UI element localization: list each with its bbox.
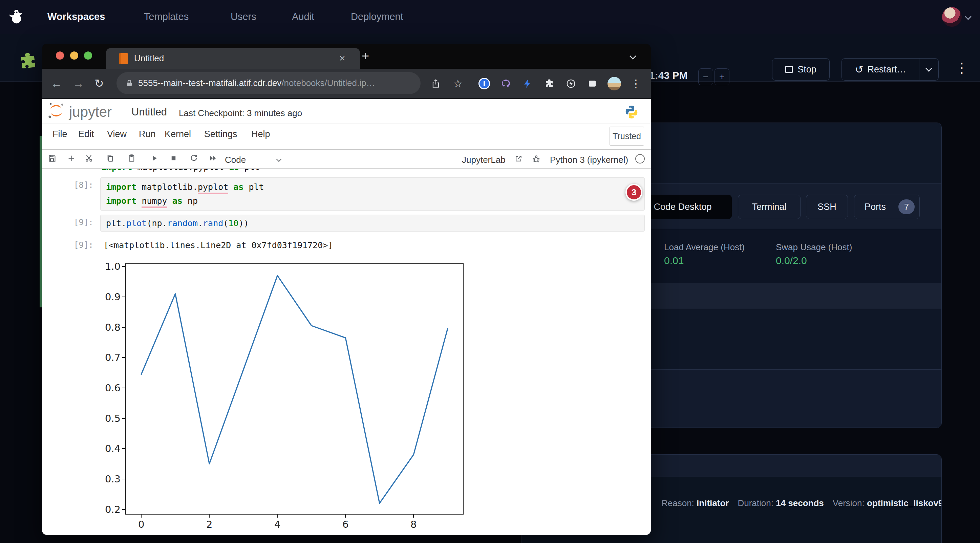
copy-icon[interactable] (105, 153, 115, 163)
menu-file[interactable]: File (52, 129, 67, 140)
nav-item-templates[interactable]: Templates (144, 11, 189, 22)
user-avatar[interactable] (942, 7, 962, 27)
ssh-button[interactable]: SSH (806, 195, 848, 219)
kernel-name[interactable]: Python 3 (ipykernel) (550, 155, 628, 165)
tab-title: Untitled (134, 48, 164, 69)
browser-profile-avatar[interactable] (607, 69, 622, 98)
ports-button[interactable]: Ports 7 (854, 195, 920, 219)
code-cell[interactable]: import matplotlib.pyplot as plt import n… (100, 178, 645, 211)
python-logo-icon (624, 103, 640, 121)
lightning-extension-icon[interactable] (520, 69, 535, 98)
restart-options-chevron[interactable] (920, 59, 939, 80)
coder-logo-icon[interactable] (6, 8, 25, 26)
clipped-code-line: import matplotlib.pyplot as plt (102, 169, 312, 174)
nav-item-workspaces[interactable]: Workspaces (48, 11, 105, 22)
restart-icon: ↺ (855, 64, 863, 76)
jupyter-page: jupyter Untitled Last Checkpoint: 3 minu… (42, 99, 651, 535)
stop-workspace-button[interactable]: Stop (772, 58, 830, 81)
back-button[interactable]: ← (51, 69, 62, 98)
divider (42, 149, 651, 150)
cell-prompt: [9]: (74, 218, 94, 227)
share-icon[interactable] (428, 69, 443, 98)
menu-edit[interactable]: Edit (78, 129, 94, 140)
browser-tab-strip: Untitled × + (42, 44, 651, 69)
bookmark-star-icon[interactable]: ☆ (450, 69, 465, 98)
swap-usage-label: Swap Usage (Host) (776, 242, 852, 252)
menu-help[interactable]: Help (251, 129, 270, 140)
load-average-label: Load Average (Host) (664, 242, 745, 252)
debugger-icon[interactable] (531, 154, 541, 163)
restart-kernel-icon[interactable] (189, 153, 199, 163)
browser-tab[interactable]: Untitled × (106, 48, 360, 69)
browser-toolbar: ← → ↻ 5555--main--test--matifali.atif.cd… (42, 69, 651, 98)
load-average-value: 0.01 (664, 255, 684, 267)
kernel-status-icon (635, 154, 645, 164)
external-link-icon[interactable] (513, 154, 523, 163)
new-tab-button[interactable]: + (362, 44, 369, 68)
notebook-title[interactable]: Untitled (131, 106, 167, 118)
paste-icon[interactable] (126, 153, 137, 163)
app-nav-bar: Workspaces Templates Users Audit Deploym… (0, 0, 980, 34)
add-cell-icon[interactable] (66, 153, 76, 163)
stop-icon (785, 66, 793, 73)
onepassword-extension-icon[interactable] (477, 69, 492, 98)
tab-close-icon[interactable]: × (339, 48, 345, 68)
energy-extension-icon[interactable] (563, 69, 578, 98)
chart-line-plot (126, 264, 463, 514)
checkpoint-status: Last Checkpoint: 3 minutes ago (179, 108, 302, 119)
menu-view[interactable]: View (107, 129, 127, 140)
cell-type-chevron-icon[interactable] (277, 156, 281, 162)
swap-usage-value: 0.0/2.0 (776, 255, 807, 267)
run-all-icon[interactable] (208, 153, 218, 163)
jupyterlab-link[interactable]: JupyterLab (462, 155, 506, 165)
divider (42, 168, 651, 168)
notebook-favicon-icon (119, 53, 128, 64)
nav-item-audit[interactable]: Audit (292, 11, 314, 22)
build-info-row[interactable]: Reason: initiatorDuration: 14 secondsVer… (661, 498, 942, 508)
menu-kernel[interactable]: Kernel (165, 129, 191, 140)
output-prompt: [9]: (74, 240, 94, 250)
matplotlib-chart: 0.20.30.40.50.60.70.80.91.002468 (125, 264, 464, 514)
jupyter-logo-icon (47, 102, 65, 120)
url-text: 5555--main--test--matifali.atif.cdr.dev/… (138, 72, 375, 94)
trusted-button[interactable]: Trusted (609, 127, 644, 146)
save-icon[interactable] (47, 153, 57, 163)
ports-count-badge: 7 (898, 199, 915, 214)
output-text: [<matplotlib.lines.Line2D at 0x7fd03f191… (103, 240, 333, 250)
font-size-increase-button[interactable]: + (714, 68, 729, 85)
side-panel-icon[interactable] (585, 69, 600, 98)
forward-button[interactable]: → (73, 69, 84, 98)
github-extension-icon[interactable] (498, 69, 513, 98)
window-zoom-button[interactable] (84, 51, 92, 60)
stop-icon[interactable] (168, 153, 178, 163)
address-bar[interactable]: 5555--main--test--matifali.atif.cdr.dev/… (116, 72, 421, 94)
menu-settings[interactable]: Settings (204, 129, 237, 140)
reload-button[interactable]: ↻ (94, 69, 104, 98)
active-indicator-bar (40, 136, 42, 307)
browser-window: Untitled × + ← → ↻ 5555--main--test--mat… (42, 44, 651, 535)
run-icon[interactable] (149, 153, 159, 163)
notification-badge: 3 (625, 184, 643, 201)
workspace-template-puzzle-icon (17, 51, 40, 72)
cut-icon[interactable] (84, 153, 94, 163)
divider (42, 124, 651, 124)
menu-run[interactable]: Run (139, 129, 156, 140)
lock-icon (125, 79, 134, 88)
puzzle-extension-icon[interactable] (542, 69, 557, 98)
code-cell[interactable]: plt.plot(np.random.rand(10)) (100, 214, 645, 232)
screen: Workspaces Templates Users Audit Deploym… (0, 0, 980, 543)
nav-item-deployment[interactable]: Deployment (351, 11, 403, 22)
restart-split-button: ↺ Restart… (842, 58, 939, 81)
restart-workspace-button[interactable]: ↺ Restart… (842, 59, 919, 80)
browser-menu-icon[interactable]: ⋮ (628, 69, 643, 98)
jupyter-wordmark: jupyter (69, 104, 112, 120)
workspace-kebab-menu[interactable]: ⋮ (955, 57, 969, 79)
window-close-button[interactable] (56, 51, 64, 60)
cell-type-dropdown[interactable]: Code (225, 155, 246, 165)
user-menu-chevron-icon[interactable] (966, 14, 970, 20)
nav-item-users[interactable]: Users (231, 11, 256, 22)
window-minimize-button[interactable] (70, 51, 78, 60)
terminal-button[interactable]: Terminal (738, 195, 800, 219)
tab-search-chevron-icon[interactable] (630, 54, 635, 60)
font-size-decrease-button[interactable]: − (698, 68, 713, 85)
